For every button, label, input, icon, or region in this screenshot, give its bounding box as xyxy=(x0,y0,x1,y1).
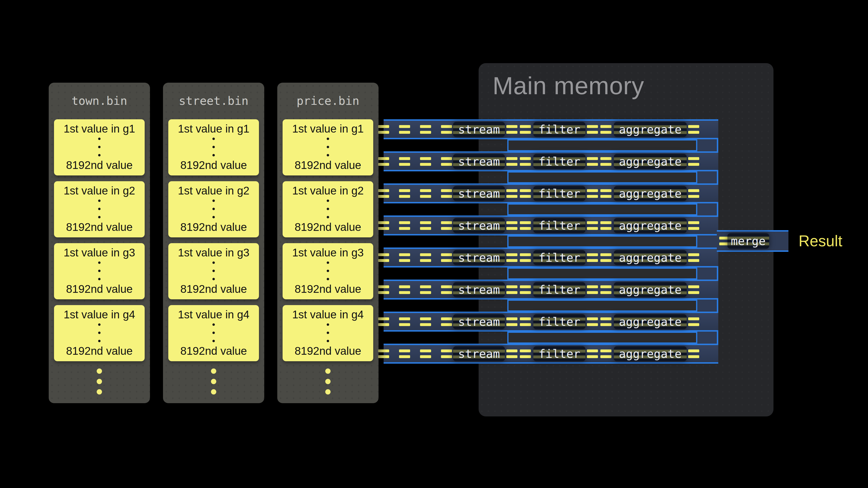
data-flow-equals-icon xyxy=(688,221,699,230)
data-flow-equals-icon xyxy=(378,189,389,198)
data-flow-equals-icon xyxy=(420,221,431,230)
main-memory-title: Main memory xyxy=(493,72,644,100)
data-flow-equals-icon xyxy=(587,189,598,198)
data-flow-equals-icon xyxy=(399,221,410,230)
data-flow-equals-icon xyxy=(420,317,431,326)
data-flow-equals-icon xyxy=(688,125,699,134)
data-flow-equals-icon xyxy=(378,221,389,230)
data-flow-equals-icon xyxy=(441,157,452,166)
stage-filter-box: filter xyxy=(533,314,585,329)
data-flow-equals-icon xyxy=(600,350,612,358)
data-flow-equals-icon xyxy=(506,317,518,326)
group-first-value-label: 1st value in g4 xyxy=(292,308,364,321)
group-last-value-label: 8192nd value xyxy=(66,159,133,171)
buffer-gap xyxy=(507,299,697,312)
value-group-block: 1st value in g38192nd value xyxy=(54,243,145,299)
data-flow-equals-icon xyxy=(520,317,531,326)
file-column: town.bin1st value in g18192nd value1st v… xyxy=(49,83,150,403)
stage-filter-box: filter xyxy=(533,154,585,169)
data-flow-equals-icon xyxy=(520,350,531,358)
stage-aggregate-box: aggregate xyxy=(614,186,687,201)
value-group-block: 1st value in g38192nd value xyxy=(283,243,373,299)
group-last-value-label: 8192nd value xyxy=(180,283,247,295)
data-flow-equals-icon xyxy=(587,125,598,134)
group-first-value-label: 1st value in g2 xyxy=(178,184,250,197)
data-flow-equals-icon xyxy=(441,253,452,262)
data-flow-equals-icon xyxy=(506,350,518,358)
data-flow-equals-icon xyxy=(378,350,389,358)
data-flow-equals-icon xyxy=(600,317,612,326)
group-last-value-label: 8192nd value xyxy=(66,283,133,295)
data-flow-equals-icon xyxy=(399,285,410,294)
vertical-ellipsis-icon xyxy=(212,261,215,280)
stage-stream-box: stream xyxy=(453,314,505,329)
pipeline-row-content: streamfilteraggregate xyxy=(378,250,699,265)
data-flow-equals-icon xyxy=(420,253,431,262)
value-group-block: 1st value in g48192nd value xyxy=(54,305,145,361)
data-flow-equals-icon xyxy=(399,253,410,262)
data-flow-equals-icon xyxy=(506,157,518,166)
data-flow-equals-icon xyxy=(441,350,452,358)
merge-stage-box: merge xyxy=(727,233,769,249)
pipeline-row: streamfilteraggregate xyxy=(383,312,718,332)
data-flow-equals-icon xyxy=(420,189,431,198)
data-flow-equals-icon xyxy=(587,253,598,262)
stage-stream-box: stream xyxy=(453,186,505,201)
vertical-ellipsis-icon xyxy=(212,138,215,156)
stage-stream-box: stream xyxy=(453,346,505,361)
pipeline-row-content: streamfilteraggregate xyxy=(378,282,699,297)
stage-filter-box: filter xyxy=(533,218,585,233)
vertical-ellipsis-icon xyxy=(98,199,100,218)
data-flow-equals-icon xyxy=(378,285,389,294)
stage-aggregate-box: aggregate xyxy=(614,122,687,137)
data-flow-equals-icon xyxy=(600,125,612,134)
value-group-block: 1st value in g48192nd value xyxy=(283,305,373,361)
group-first-value-label: 1st value in g3 xyxy=(292,246,364,259)
group-last-value-label: 8192nd value xyxy=(294,221,361,233)
buffer-gap xyxy=(507,332,697,344)
group-first-value-label: 1st value in g2 xyxy=(64,184,135,197)
vertical-ellipsis-icon xyxy=(327,261,329,280)
more-groups-dots-icon xyxy=(277,368,378,394)
group-last-value-label: 8192nd value xyxy=(180,345,247,357)
group-first-value-label: 1st value in g4 xyxy=(64,308,135,321)
stage-filter-box: filter xyxy=(533,346,585,361)
vertical-ellipsis-icon xyxy=(212,199,215,218)
data-flow-equals-icon xyxy=(506,189,518,198)
buffer-gap xyxy=(507,139,697,151)
stage-aggregate-box: aggregate xyxy=(614,282,687,297)
data-flow-equals-icon xyxy=(378,157,389,166)
file-column-title: price.bin xyxy=(277,83,378,119)
stage-stream-box: stream xyxy=(453,154,505,169)
merge-band: merge xyxy=(717,230,788,252)
data-flow-equals-icon xyxy=(520,253,531,262)
group-first-value-label: 1st value in g2 xyxy=(292,184,364,197)
value-group-block: 1st value in g38192nd value xyxy=(168,243,259,299)
data-flow-equals-icon xyxy=(600,157,612,166)
data-flow-equals-icon xyxy=(420,157,431,166)
group-first-value-label: 1st value in g3 xyxy=(64,246,135,259)
value-group-block: 1st value in g28192nd value xyxy=(168,181,259,237)
group-last-value-label: 8192nd value xyxy=(180,221,247,233)
pipeline-row-content: streamfilteraggregate xyxy=(378,346,699,361)
stage-aggregate-box: aggregate xyxy=(614,218,687,233)
data-flow-equals-icon xyxy=(441,285,452,294)
data-flow-equals-icon xyxy=(600,253,612,262)
stage-stream-box: stream xyxy=(453,250,505,265)
stage-filter-box: filter xyxy=(533,186,585,201)
data-flow-equals-icon xyxy=(399,189,410,198)
data-flow-equals-icon xyxy=(688,285,699,294)
data-flow-equals-icon xyxy=(506,285,518,294)
data-flow-equals-icon xyxy=(378,125,389,134)
pipeline-row-content: streamfilteraggregate xyxy=(378,122,699,137)
value-group-block: 1st value in g48192nd value xyxy=(168,305,259,361)
data-flow-equals-icon xyxy=(441,221,452,230)
pipeline-row: streamfilteraggregate xyxy=(383,344,718,364)
data-flow-equals-icon xyxy=(688,317,699,326)
pipeline-row: streamfilteraggregate xyxy=(383,119,718,139)
file-column-title: town.bin xyxy=(49,83,150,119)
pipeline-row: streamfilteraggregate xyxy=(383,280,718,299)
stage-aggregate-box: aggregate xyxy=(614,250,687,265)
buffer-gap xyxy=(507,235,697,248)
value-group-block: 1st value in g28192nd value xyxy=(54,181,145,237)
